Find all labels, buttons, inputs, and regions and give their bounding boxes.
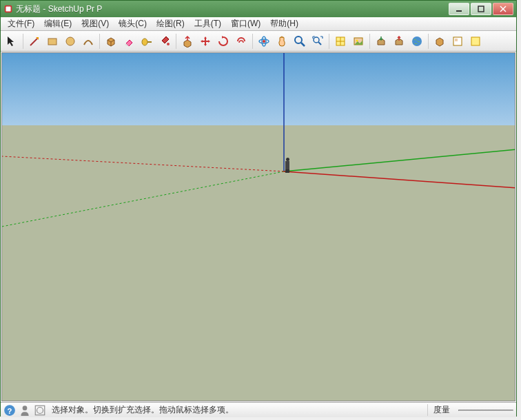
menu-file[interactable]: 文件(F) [3, 17, 39, 30]
menu-tools[interactable]: 工具(T) [190, 17, 225, 30]
svg-rect-6 [48, 39, 57, 45]
separator-icon [329, 34, 329, 49]
maximize-button[interactable] [471, 3, 491, 15]
scale-figure[interactable] [284, 158, 291, 173]
svg-line-15 [301, 43, 305, 46]
svg-rect-3 [478, 6, 484, 12]
svg-point-10 [167, 43, 170, 45]
menu-view[interactable]: 视图(V) [77, 17, 113, 30]
zoom-extents-icon[interactable] [309, 33, 326, 50]
orbit-tool-icon[interactable] [256, 33, 272, 50]
offset-tool-icon[interactable] [233, 33, 249, 50]
svg-point-8 [142, 39, 147, 45]
toolbar [1, 31, 516, 52]
svg-point-13 [263, 40, 265, 43]
svg-point-27 [23, 406, 28, 410]
menu-help[interactable]: 帮助(H) [266, 17, 303, 30]
make-component-icon[interactable] [103, 33, 119, 50]
menu-edit[interactable]: 编辑(E) [40, 17, 76, 30]
photo-textures-icon[interactable] [350, 33, 367, 50]
svg-point-7 [66, 37, 74, 45]
viewport[interactable] [1, 52, 515, 401]
status-hint: 选择对象。切换到扩充选择。拖动鼠标选择多项。 [49, 404, 425, 416]
svg-point-21 [412, 36, 422, 46]
red-axis [284, 171, 515, 188]
arc-tool-icon[interactable] [80, 33, 96, 50]
3d-warehouse-get-icon[interactable] [373, 33, 389, 50]
style-builder-icon[interactable] [467, 33, 484, 50]
red-axis-neg [2, 156, 284, 171]
move-tool-icon[interactable] [197, 33, 214, 50]
geo-icon[interactable] [34, 404, 46, 417]
select-tool-icon[interactable] [3, 33, 20, 50]
pan-tool-icon[interactable] [274, 33, 290, 50]
statusbar: ? 选择对象。切换到扩充选择。拖动鼠标选择多项。 度量 [1, 402, 516, 417]
measurement-label: 度量 [427, 404, 456, 416]
paint-bucket-icon[interactable] [156, 33, 173, 50]
svg-point-14 [295, 36, 302, 43]
app-icon [3, 4, 13, 14]
rotate-tool-icon[interactable] [215, 33, 232, 50]
pushpull-tool-icon[interactable] [179, 33, 196, 50]
window-title: 无标题 - SketchUp Pr P [16, 3, 449, 15]
circle-tool-icon[interactable] [62, 33, 79, 50]
eraser-tool-icon[interactable] [121, 33, 137, 50]
green-axis-neg [2, 171, 284, 227]
menu-camera[interactable]: 镜头(C) [114, 17, 151, 30]
separator-icon [176, 34, 176, 49]
extension-warehouse-icon[interactable] [431, 33, 448, 50]
layout-icon[interactable] [449, 33, 466, 50]
measurement-input[interactable] [458, 410, 513, 411]
line-tool-icon[interactable] [26, 33, 43, 50]
svg-point-16 [314, 37, 319, 43]
svg-text:?: ? [8, 406, 12, 414]
user-icon[interactable] [19, 404, 31, 417]
menubar: 文件(F) 编辑(E) 视图(V) 镜头(C) 绘图(R) 工具(T) 窗口(W… [1, 17, 516, 31]
separator-icon [428, 34, 429, 49]
separator-icon [99, 34, 100, 49]
rectangle-tool-icon[interactable] [44, 33, 61, 50]
preview-in-earth-icon[interactable] [409, 33, 425, 50]
help-icon[interactable]: ? [3, 404, 16, 417]
tape-measure-icon[interactable] [139, 33, 155, 50]
3d-warehouse-share-icon[interactable] [391, 33, 407, 50]
get-location-icon[interactable] [332, 33, 349, 50]
svg-rect-23 [455, 39, 458, 41]
separator-icon [252, 34, 253, 49]
green-axis [284, 149, 515, 171]
svg-point-29 [37, 407, 43, 413]
svg-rect-24 [471, 37, 480, 45]
minimize-button[interactable] [449, 3, 469, 15]
zoom-tool-icon[interactable] [292, 33, 308, 50]
window-controls [449, 3, 513, 15]
svg-line-17 [318, 42, 321, 45]
close-button[interactable] [493, 3, 513, 15]
separator-icon [23, 34, 23, 49]
svg-rect-1 [6, 7, 11, 12]
axes-overlay [2, 53, 515, 401]
app-window: 无标题 - SketchUp Pr P 文件(F) 编辑(E) 视图(V) 镜头… [0, 0, 517, 417]
titlebar[interactable]: 无标题 - SketchUp Pr P [1, 1, 516, 17]
separator-icon [369, 34, 370, 49]
menu-draw[interactable]: 绘图(R) [152, 17, 189, 30]
menu-window[interactable]: 窗口(W) [227, 17, 265, 30]
